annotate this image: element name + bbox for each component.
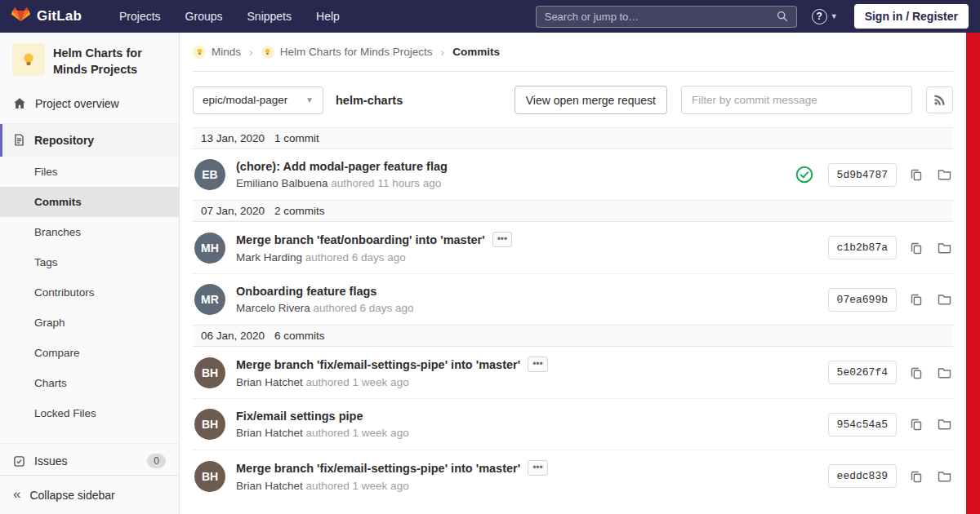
breadcrumb-separator-icon: ›	[249, 46, 253, 59]
commit-title-link[interactable]: Fix/email settings pipe	[236, 410, 363, 423]
sidebar-item-compare[interactable]: Compare	[0, 338, 179, 368]
browse-files-button[interactable]	[936, 291, 953, 308]
sidebar-item-charts[interactable]: Charts	[0, 368, 179, 398]
sidebar-item-repository[interactable]: Repository	[0, 124, 179, 157]
copy-sha-button[interactable]	[908, 416, 924, 432]
commit-sha-link[interactable]: 07ea699b	[828, 288, 897, 312]
commit-count: 1 commit	[274, 132, 319, 144]
commit-meta: Emiliano Balbuena authored 11 hours ago	[236, 177, 448, 189]
commit-date-header: 07 Jan, 20202 commits	[193, 200, 953, 222]
toggle-commit-description-button[interactable]: •••	[528, 460, 548, 476]
author-avatar[interactable]: BH	[194, 357, 225, 388]
commit-sha-link[interactable]: c1b2b87a	[828, 236, 897, 259]
browse-files-button[interactable]	[936, 468, 953, 485]
sidebar-item-issues[interactable]: Issues 0	[0, 443, 179, 479]
copy-sha-button[interactable]	[908, 365, 924, 381]
breadcrumb-item-commits[interactable]: Commits	[452, 46, 500, 58]
breadcrumb: Minds›Helm Charts for Minds Projects›Com…	[193, 33, 953, 72]
copy-sha-button[interactable]	[908, 468, 924, 485]
branch-selector-dropdown[interactable]: epic/modal-pager ▼	[193, 86, 323, 114]
lightbulb-icon	[261, 46, 274, 59]
commit-filter-input[interactable]	[681, 86, 912, 114]
author-avatar[interactable]: BH	[194, 409, 225, 440]
commit-sha-link[interactable]: eeddc839	[828, 464, 897, 488]
collapse-chevrons-icon: «	[13, 487, 20, 501]
nav-item-projects[interactable]: Projects	[119, 10, 161, 23]
gitlab-home-link[interactable]: GitLab	[11, 7, 82, 25]
toggle-commit-description-button[interactable]: •••	[528, 357, 548, 372]
help-menu[interactable]: ? ▼	[812, 9, 838, 24]
commit-author-link[interactable]: Marcelo Rivera	[236, 302, 310, 314]
sidebar-item-tags[interactable]: Tags	[0, 247, 179, 277]
commit-date-header: 06 Jan, 20206 commits	[193, 325, 953, 347]
commit-meta: Mark Harding authored 6 days ago	[236, 251, 512, 264]
search-input[interactable]	[545, 11, 777, 23]
author-avatar[interactable]: MH	[194, 233, 225, 264]
commits-feed-button[interactable]	[926, 86, 953, 113]
copy-sha-button[interactable]	[908, 166, 924, 183]
sidebar-item-graph[interactable]: Graph	[0, 308, 179, 338]
commit-title-link[interactable]: Merge branch 'fix/email-settings-pipe' i…	[236, 462, 520, 475]
commit-title-link[interactable]: Merge branch 'fix/email-settings-pipe' i…	[236, 358, 520, 371]
nav-item-groups[interactable]: Groups	[185, 10, 223, 23]
sidebar-item-branches[interactable]: Branches	[0, 217, 179, 247]
navbar-menu: ProjectsGroupsSnippetsHelp	[119, 10, 340, 23]
global-search-box[interactable]	[536, 6, 797, 28]
browse-files-button[interactable]	[936, 166, 953, 183]
search-icon	[777, 11, 788, 22]
commit-author-link[interactable]: Brian Hatchet	[236, 376, 303, 388]
breadcrumb-label: Minds	[212, 46, 241, 58]
commit-sha-link[interactable]: 5e0267f4	[828, 361, 897, 384]
collapse-sidebar-button[interactable]: « Collapse sidebar	[0, 475, 179, 514]
commit-author-link[interactable]: Brian Hatchet	[236, 480, 303, 492]
commit-title-link[interactable]: (chore): Add modal-pager feature flag	[236, 160, 448, 173]
author-avatar[interactable]: EB	[194, 159, 225, 190]
main-content: Minds›Helm Charts for Minds Projects›Com…	[180, 33, 966, 514]
commit-title-link[interactable]: Onboarding feature flags	[236, 285, 376, 298]
sidebar-section-label: Repository	[34, 134, 94, 147]
copy-sha-button[interactable]	[908, 291, 924, 308]
breadcrumb-item-helm-charts-for-minds-projects[interactable]: Helm Charts for Minds Projects	[261, 46, 433, 59]
commit-sha-link[interactable]: 954c54a5	[828, 413, 897, 436]
home-icon	[13, 97, 26, 110]
browse-files-button[interactable]	[936, 365, 953, 381]
project-context-header[interactable]: Helm Charts for Minds Projects	[0, 33, 179, 87]
branch-selector-value: epic/modal-pager	[203, 94, 287, 106]
commit-author-link[interactable]: Brian Hatchet	[236, 427, 303, 439]
commit-date: 06 Jan, 2020	[201, 330, 265, 342]
lightbulb-icon	[193, 46, 206, 59]
browse-files-button[interactable]	[936, 240, 953, 256]
project-sidebar: Helm Charts for Minds Projects Project o…	[0, 33, 180, 514]
author-avatar[interactable]: MR	[194, 284, 225, 315]
commit-authored-time: authored 6 days ago	[302, 251, 406, 264]
commit-sha-link[interactable]: 5d9b4787	[828, 163, 897, 187]
commit-author-link[interactable]: Emiliano Balbuena	[236, 177, 328, 189]
red-scrollbar-stripe[interactable]	[966, 33, 980, 514]
author-avatar[interactable]: BH	[194, 461, 225, 492]
repo-path-link[interactable]: helm-charts	[336, 94, 403, 107]
view-open-merge-request-button[interactable]: View open merge request	[514, 86, 667, 114]
sidebar-item-files[interactable]: Files	[0, 157, 179, 187]
breadcrumb-label: Commits	[452, 46, 500, 58]
commit-date: 13 Jan, 2020	[201, 132, 265, 144]
sidebar-item-label: Issues	[34, 454, 67, 467]
commit-meta: Brian Hatchet authored 1 week ago	[236, 480, 548, 492]
breadcrumb-item-minds[interactable]: Minds	[193, 46, 241, 59]
sign-in-register-button[interactable]: Sign in / Register	[854, 4, 969, 29]
sidebar-item-contributors[interactable]: Contributors	[0, 277, 179, 308]
sidebar-item-locked-files[interactable]: Locked Files	[0, 398, 179, 428]
sidebar-item-commits[interactable]: Commits	[0, 187, 179, 217]
sidebar-item-project-overview[interactable]: Project overview	[0, 87, 179, 120]
browse-files-button[interactable]	[936, 416, 953, 432]
toggle-commit-description-button[interactable]: •••	[492, 232, 513, 247]
pipeline-passed-icon[interactable]	[795, 166, 813, 184]
commit-author-link[interactable]: Mark Harding	[236, 251, 302, 264]
commit-authored-time: authored 1 week ago	[303, 376, 409, 388]
commit-row: EB(chore): Add modal-pager feature flagE…	[193, 149, 953, 200]
commit-title-link[interactable]: Merge branch 'feat/onboarding' into 'mas…	[236, 233, 485, 246]
nav-item-snippets[interactable]: Snippets	[247, 10, 292, 23]
commit-authored-time: authored 1 week ago	[303, 427, 409, 439]
commit-row: BHFix/email settings pipeBrian Hatchet a…	[193, 398, 953, 450]
nav-item-help[interactable]: Help	[316, 10, 340, 23]
copy-sha-button[interactable]	[908, 240, 924, 256]
